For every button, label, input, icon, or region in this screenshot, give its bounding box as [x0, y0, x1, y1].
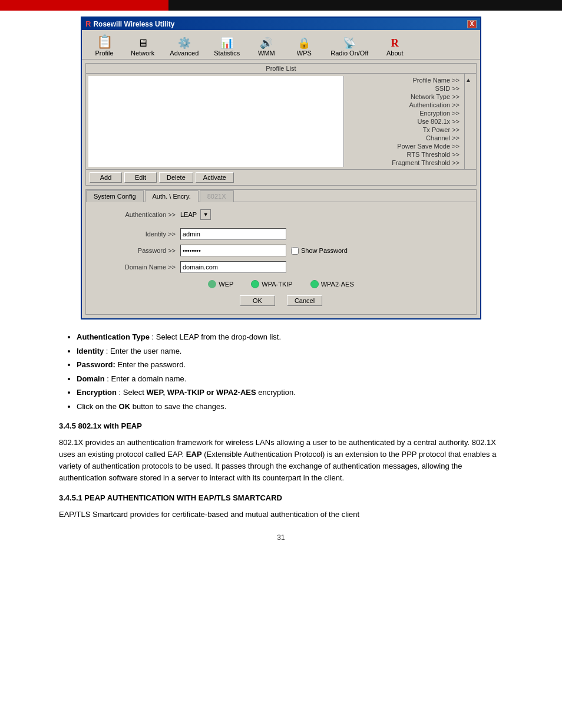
bullet-identity-label: Identity — [77, 347, 104, 355]
domain-label: Domain Name >> — [93, 263, 176, 271]
profile-info-encryption: Encryption >> — [351, 109, 459, 117]
profile-panel-title: Profile List — [86, 64, 476, 74]
toolbar-label-advanced: Advanced — [170, 50, 199, 57]
top-bar — [0, 0, 562, 11]
section-3-4-5-heading: 3.4.5 802.1x with PEAP — [59, 420, 503, 432]
wpa-tkip-radio-dot — [251, 280, 259, 288]
bullet-identity: Identity : Enter the user name. — [77, 345, 503, 357]
close-button[interactable]: X — [467, 20, 477, 28]
toolbar-item-about[interactable]: R About — [377, 35, 412, 59]
statistics-icon: 📊 — [220, 38, 233, 48]
app-toolbar: 📋 Profile 🖥 Network ⚙️ Advanced 📊 Statis… — [82, 30, 480, 60]
tab-system-config[interactable]: System Config — [86, 190, 144, 202]
show-password-checkbox[interactable] — [291, 247, 299, 255]
toolbar-label-statistics: Statistics — [214, 50, 240, 57]
eap-bold: EAP — [186, 450, 202, 459]
app-icon: R — [85, 19, 91, 28]
app-titlebar: R Rosewill Wireless Utility X — [82, 18, 480, 30]
profile-info-use8021x: Use 802.1x >> — [351, 117, 459, 126]
password-input[interactable] — [180, 245, 286, 256]
bullet-password-text: Enter the password. — [117, 360, 186, 369]
auth-type-label: Authentication >> — [93, 211, 176, 218]
wpa2-aes-radio-item[interactable]: WPA2-AES — [310, 280, 354, 288]
bullet-list: Authentication Type : Select LEAP from t… — [59, 331, 503, 412]
profile-info-fragment: Fragment Threshold >> — [351, 159, 459, 167]
bullet-domain-label: Domain — [77, 374, 105, 383]
profile-panel-body: Profile Name >> SSID >> Network Type >> … — [86, 74, 476, 169]
section-3-4-5-body: 802.1X provides an authentication framew… — [59, 437, 503, 485]
toolbar-item-advanced[interactable]: ⚙️ Advanced — [163, 35, 205, 59]
toolbar-label-wps: WPS — [297, 50, 312, 57]
doc-content: Authentication Type : Select LEAP from t… — [24, 319, 538, 555]
profile-info-txpower: Tx Power >> — [351, 126, 459, 134]
toolbar-item-wmm[interactable]: 🔊 WMM — [249, 35, 284, 59]
tab-auth-encry-label: Auth. \ Encry. — [153, 193, 191, 200]
section-3-4-5-1-body: EAP/TLS Smartcard provides for certifica… — [59, 509, 503, 521]
bullet-domain: Domain : Enter a domain name. — [77, 373, 503, 385]
wpa2-aes-label: WPA2-AES — [321, 281, 354, 288]
auth-row: Authentication >> LEAP ▼ — [93, 207, 469, 222]
network-icon: 🖥 — [137, 38, 148, 48]
edit-button[interactable]: Edit — [124, 172, 157, 183]
password-row: Password >> Show Password — [93, 245, 469, 256]
wep-radio-dot — [208, 280, 216, 288]
toolbar-item-wps[interactable]: 🔒 WPS — [286, 35, 322, 59]
scroll-up-arrow[interactable]: ▲ — [465, 76, 476, 84]
domain-input[interactable] — [180, 261, 286, 273]
titlebar-title-group: R Rosewill Wireless Utility — [85, 19, 174, 28]
show-password-label: Show Password — [301, 247, 348, 254]
auth-dropdown-arrow[interactable]: ▼ — [200, 209, 211, 220]
tab-8021x-label: 8021X — [207, 193, 226, 200]
wpa2-aes-radio-dot — [310, 280, 319, 288]
profile-info-ssid: SSID >> — [351, 84, 459, 93]
app-title: Rosewill Wireless Utility — [93, 20, 174, 28]
bullet-domain-text: : Enter a domain name. — [107, 374, 186, 383]
profile-info-authentication: Authentication >> — [351, 101, 459, 109]
tab-bar: System Config Auth. \ Encry. 8021X — [86, 190, 476, 202]
profile-buttons: Add Edit Delete Activate — [86, 169, 476, 185]
add-button[interactable]: Add — [90, 172, 122, 183]
bullet-password: Password: Enter the password. — [77, 359, 503, 371]
toolbar-item-statistics[interactable]: 📊 Statistics — [207, 35, 246, 59]
radio-icon: 📡 — [343, 38, 356, 48]
wps-icon: 🔒 — [297, 38, 310, 48]
toolbar-item-radio[interactable]: 📡 Radio On/Off — [324, 35, 375, 59]
ok-button[interactable]: OK — [240, 295, 275, 306]
tab-auth-encry-content: Authentication >> LEAP ▼ Identity >> Pas… — [86, 202, 476, 314]
tab-auth-encry[interactable]: Auth. \ Encry. — [145, 190, 199, 202]
ok-cancel-row: OK Cancel — [93, 295, 469, 309]
section-3-4-5-1-heading: 3.4.5.1 PEAP AUTHENTICATION WITH EAP/TLS… — [59, 492, 503, 504]
bullet-auth-type-label: Authentication Type — [77, 332, 150, 341]
bullet-ok-bold: OK — [119, 402, 131, 411]
toolbar-item-profile[interactable]: 📋 Profile — [87, 32, 122, 59]
wep-radio-item[interactable]: WEP — [208, 280, 233, 288]
domain-row: Domain Name >> — [93, 261, 469, 273]
tab-8021x: 8021X — [200, 190, 234, 202]
profile-info-rts: RTS Threshold >> — [351, 150, 459, 159]
toolbar-label-wmm: WMM — [258, 50, 275, 57]
toolbar-label-about: About — [386, 50, 404, 57]
bullet-auth-type: Authentication Type : Select LEAP from t… — [77, 331, 503, 343]
activate-button[interactable]: Activate — [196, 172, 234, 183]
identity-label: Identity >> — [93, 230, 176, 238]
bullet-encryption-text: : Select — [119, 388, 147, 397]
wpa-tkip-radio-item[interactable]: WPA-TKIP — [251, 280, 292, 288]
bullet-password-label: Password: — [77, 360, 115, 369]
wpa-tkip-label: WPA-TKIP — [262, 281, 292, 288]
profile-panel: Profile List Profile Name >> SSID >> Net… — [85, 63, 477, 186]
identity-input[interactable] — [180, 228, 286, 240]
identity-row: Identity >> — [93, 228, 469, 240]
app-window: R Rosewill Wireless Utility X 📋 Profile … — [81, 17, 481, 319]
profile-info-channel: Channel >> — [351, 134, 459, 142]
delete-button[interactable]: Delete — [159, 172, 193, 183]
toolbar-item-network[interactable]: 🖥 Network — [124, 35, 161, 59]
page-number: 31 — [59, 532, 503, 543]
bullet-auth-type-text: : Select LEAP from the drop-down list. — [152, 332, 281, 341]
auth-value: LEAP — [180, 211, 197, 218]
profile-info-name: Profile Name >> — [351, 76, 459, 84]
advanced-icon: ⚙️ — [178, 38, 191, 48]
cancel-button[interactable]: Cancel — [287, 295, 322, 306]
wep-label: WEP — [219, 281, 233, 288]
profile-info-network-type: Network Type >> — [351, 93, 459, 101]
bullet-ok-text-pre: Click on the — [77, 402, 119, 411]
